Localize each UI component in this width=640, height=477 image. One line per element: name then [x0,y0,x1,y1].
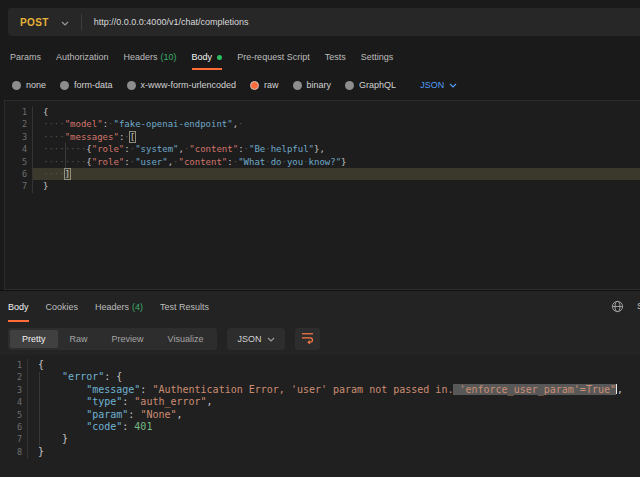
tab-authorization[interactable]: Authorization [56,44,109,70]
view-mode-switch: Pretty Raw Preview Visualize [8,328,217,350]
radio-icon [127,81,136,90]
line-number: 6 [0,421,38,433]
code-line[interactable]: 7} [5,180,640,192]
response-tabs: Body Cookies Headers(4) Test Results S [0,291,640,322]
line-number: 7 [5,180,43,192]
code-line[interactable]: 1{ [0,359,640,371]
line-number: 6 [5,168,43,180]
raw-language-select[interactable]: JSON [420,80,457,90]
bodytype-raw[interactable]: raw [250,80,279,90]
response-panel: Body Cookies Headers(4) Test Results S P… [0,290,640,477]
code-line[interactable]: 7 } [0,433,640,445]
code-line[interactable]: 3 "message": "Authentication Error, 'use… [0,384,640,396]
line-number: 4 [0,396,38,408]
code-line[interactable]: 3····"messages":·[ [5,131,640,143]
unsaved-changes-dot-icon [217,55,222,60]
line-number: 1 [0,359,38,371]
bodytype-form-data[interactable]: form-data [60,80,113,90]
line-number: 2 [0,371,38,383]
line-number: 1 [5,106,43,118]
radio-icon [293,81,302,90]
url-container: POST http://0.0.0.0:4000/v1/chat/complet… [8,8,640,36]
line-number: 5 [5,156,43,168]
bodytype-x-www-form-urlencoded[interactable]: x-www-form-urlencoded [127,80,237,90]
wrap-text-icon [301,330,314,348]
code-line[interactable]: 4 "type": "auth_error", [0,396,640,408]
globe-icon[interactable] [611,300,624,313]
line-number: 8 [0,446,38,458]
method-label: POST [20,17,49,28]
line-number: 5 [0,409,38,421]
bodytype-graphql[interactable]: GraphQL [345,80,396,90]
line-number: 2 [5,118,43,130]
radio-selected-icon [250,81,259,90]
chevron-down-icon [267,334,275,344]
code-line[interactable]: 6 "code": 401 [0,421,640,433]
tab-tests[interactable]: Tests [325,44,346,70]
gutter-separator [32,106,33,193]
tab-settings[interactable]: Settings [361,44,394,70]
code-line[interactable]: 2····"model":·"fake-openai-endpoint",· [5,118,640,130]
headers-count-badge: (10) [161,52,177,62]
indent-guide [65,143,66,168]
line-number: 7 [0,433,38,445]
response-tab-test-results[interactable]: Test Results [160,291,209,322]
tab-params[interactable]: Params [10,44,41,70]
radio-icon [345,81,354,90]
radio-icon [60,81,69,90]
code-line[interactable]: 5········{"role":·"user",·"content":·"Wh… [5,156,640,168]
gutter-separator [27,359,28,459]
tab-body[interactable]: Body [192,44,223,70]
wrap-text-button[interactable] [295,328,320,350]
code-line[interactable]: 6····] [5,168,640,180]
response-body-viewer[interactable]: 1{2 "error": {3 "message": "Authenticati… [0,355,640,477]
response-headers-count-badge: (4) [132,302,143,312]
line-number: 4 [5,143,43,155]
url-input[interactable]: http://0.0.0.0:4000/v1/chat/completions [94,17,249,27]
code-line[interactable]: 1{ [5,106,640,118]
code-line[interactable]: 8} [0,446,640,458]
body-type-row: none form-data x-www-form-urlencoded raw… [0,70,640,100]
method-select[interactable]: POST [8,17,81,28]
chevron-down-icon [449,80,457,90]
response-language-select[interactable]: JSON [227,328,285,350]
radio-icon [12,81,21,90]
request-body-editor[interactable]: 1{2····"model":·"fake-openai-endpoint",·… [4,100,640,290]
request-url-bar: POST http://0.0.0.0:4000/v1/chat/complet… [0,0,640,44]
code-line[interactable]: 5 "param": "None", [0,409,640,421]
request-tabs: Params Authorization Headers(10) Body Pr… [0,44,640,70]
line-number: 3 [5,131,43,143]
tab-headers[interactable]: Headers(10) [124,44,177,70]
view-visualize-button[interactable]: Visualize [156,330,216,348]
response-tab-body[interactable]: Body [8,291,29,322]
code-line[interactable]: 2 "error": { [0,371,640,383]
view-raw-button[interactable]: Raw [58,330,100,348]
chevron-down-icon [61,17,69,28]
line-number: 3 [0,384,38,396]
view-pretty-button[interactable]: Pretty [10,330,58,348]
view-preview-button[interactable]: Preview [100,330,156,348]
indent-guide [39,372,40,447]
bodytype-none[interactable]: none [12,80,46,90]
tab-pre-request-script[interactable]: Pre-request Script [237,44,310,70]
response-tab-cookies[interactable]: Cookies [46,291,79,322]
code-line[interactable]: 4········{"role":·"system",·"content":·"… [5,143,640,155]
response-view-toolbar: Pretty Raw Preview Visualize JSON [0,322,640,355]
divider [81,14,82,30]
bodytype-binary[interactable]: binary [293,80,332,90]
response-tab-headers[interactable]: Headers(4) [95,291,143,322]
